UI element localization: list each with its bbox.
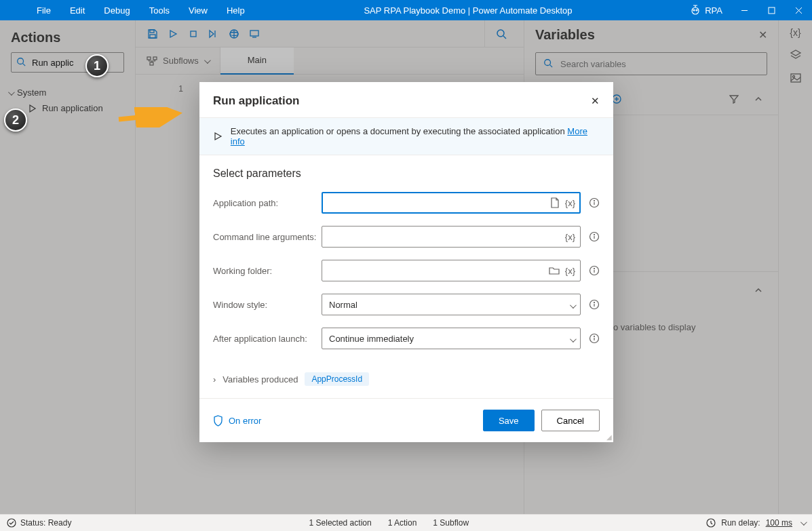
folder-picker-icon[interactable]	[547, 264, 561, 277]
info-icon[interactable]	[589, 265, 600, 276]
variable-chip-appprocessid[interactable]: AppProcessId	[305, 372, 369, 386]
play-icon	[213, 132, 223, 141]
select-window-style[interactable]: Normal	[322, 294, 581, 315]
svg-marker-37	[215, 133, 221, 140]
window-minimize-button[interactable]	[731, 0, 758, 20]
rpa-badge[interactable]: RPA	[682, 5, 731, 16]
svg-point-2	[696, 9, 697, 11]
window-maximize-button[interactable]	[758, 0, 785, 20]
actions-count: 1 Action	[388, 518, 417, 528]
menu-file[interactable]: File	[27, 0, 60, 20]
input-working-folder[interactable]	[322, 260, 581, 281]
app-title: SAP RPA Playbook Demo | Power Automate D…	[254, 5, 682, 16]
annotation-callout-1: 1	[85, 54, 109, 77]
robot-icon	[690, 5, 701, 16]
info-icon[interactable]	[589, 197, 600, 208]
label-working-folder: Working folder:	[213, 266, 322, 276]
svg-point-49	[594, 302, 595, 303]
on-error-button[interactable]: On error	[213, 415, 261, 427]
subflows-count: 1 Subflow	[433, 518, 469, 528]
input-command-line-args[interactable]	[322, 226, 581, 248]
svg-point-52	[594, 336, 595, 337]
chevron-right-icon: ›	[213, 374, 216, 385]
selected-count: 1 Selected action	[309, 518, 372, 528]
svg-point-40	[594, 201, 595, 201]
select-after-launch-value: Continue immediately	[329, 334, 414, 344]
shield-icon	[213, 415, 223, 427]
variable-token-icon[interactable]: {x}	[564, 264, 577, 277]
variables-produced-row[interactable]: › Variables produced AppProcessId	[199, 368, 613, 395]
svg-point-46	[594, 269, 595, 269]
label-application-path: Application path:	[213, 198, 322, 208]
chevron-down-icon[interactable]	[800, 518, 805, 528]
variable-token-icon[interactable]: {x}	[564, 231, 577, 243]
cancel-button[interactable]: Cancel	[541, 410, 600, 431]
parameters-section-title: Select parameters	[213, 168, 600, 180]
info-icon[interactable]	[589, 299, 600, 310]
file-picker-icon[interactable]	[549, 196, 561, 210]
status-text: Status: Ready	[20, 518, 71, 528]
svg-point-1	[693, 9, 695, 11]
on-error-label: On error	[229, 416, 261, 426]
label-after-launch: After application launch:	[213, 334, 322, 344]
dialog-info-bar: Executes an application or opens a docum…	[199, 117, 613, 155]
menu-debug[interactable]: Debug	[94, 0, 139, 20]
label-window-style: Window style:	[213, 300, 322, 310]
menu-tools[interactable]: Tools	[140, 0, 179, 20]
menu-view[interactable]: View	[179, 0, 217, 20]
annotation-callout-2: 2	[4, 109, 27, 132]
check-icon	[7, 518, 16, 528]
svg-line-54	[119, 114, 173, 119]
variables-produced-label: Variables produced	[223, 374, 298, 385]
menu-edit[interactable]: Edit	[60, 0, 94, 20]
dialog-info-text: Executes an application or opens a docum…	[231, 126, 565, 136]
select-after-launch[interactable]: Continue immediately	[322, 328, 581, 349]
select-window-style-value: Normal	[329, 300, 357, 310]
annotation-arrow-icon	[115, 107, 183, 127]
label-command-line-args: Command line arguments:	[213, 232, 322, 242]
clock-icon	[706, 518, 716, 528]
chevron-down-icon	[570, 334, 575, 345]
save-button[interactable]: Save	[483, 410, 535, 431]
input-application-path[interactable]	[322, 192, 581, 214]
svg-point-35	[7, 519, 16, 527]
run-application-dialog: Run application ✕ Executes an applicatio…	[199, 82, 613, 442]
dialog-close-button[interactable]: ✕	[591, 95, 600, 107]
menu-help[interactable]: Help	[217, 0, 254, 20]
menu-bar: File Edit Debug Tools View Help	[0, 0, 254, 20]
dialog-title: Run application	[213, 94, 591, 108]
info-icon[interactable]	[589, 231, 600, 242]
chevron-down-icon	[570, 300, 575, 311]
svg-rect-4	[769, 7, 775, 14]
rpa-label: RPA	[705, 5, 722, 16]
title-bar: File Edit Debug Tools View Help SAP RPA …	[0, 0, 812, 20]
svg-point-43	[594, 235, 595, 235]
run-delay-label: Run delay:	[721, 518, 760, 528]
status-bar: Status: Ready 1 Selected action 1 Action…	[0, 514, 812, 531]
svg-point-0	[692, 7, 699, 14]
window-close-button[interactable]	[785, 0, 812, 20]
variable-token-icon[interactable]: {x}	[564, 197, 577, 210]
run-delay-value[interactable]: 100 ms	[766, 518, 792, 528]
info-icon[interactable]	[589, 333, 600, 344]
